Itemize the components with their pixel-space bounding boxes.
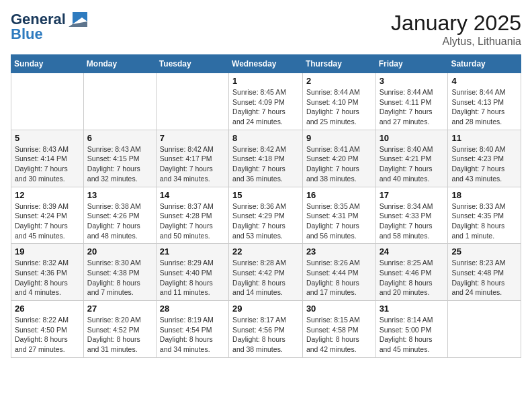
- day-info: Sunrise: 8:29 AM Sunset: 4:40 PM Dayligh…: [160, 258, 225, 298]
- day-info: Sunrise: 8:14 AM Sunset: 5:00 PM Dayligh…: [380, 315, 445, 355]
- svg-marker-1: [69, 21, 87, 27]
- day-info: Sunrise: 8:34 AM Sunset: 4:33 PM Dayligh…: [380, 201, 445, 241]
- header-row: SundayMondayTuesdayWednesdayThursdayFrid…: [11, 55, 521, 73]
- day-info: Sunrise: 8:43 AM Sunset: 4:15 PM Dayligh…: [87, 144, 152, 184]
- day-number: 21: [160, 246, 225, 257]
- day-number: 2: [306, 76, 372, 86]
- day-info: Sunrise: 8:39 AM Sunset: 4:24 PM Dayligh…: [15, 201, 80, 241]
- day-info: Sunrise: 8:22 AM Sunset: 4:50 PM Dayligh…: [15, 315, 80, 355]
- day-number: 7: [160, 133, 225, 143]
- calendar-cell: 10Sunrise: 8:40 AM Sunset: 4:21 PM Dayli…: [375, 130, 448, 187]
- day-number: 15: [232, 190, 299, 200]
- calendar-cell: 22Sunrise: 8:28 AM Sunset: 4:42 PM Dayli…: [229, 244, 303, 301]
- day-info: Sunrise: 8:42 AM Sunset: 4:18 PM Dayligh…: [232, 144, 299, 184]
- col-header-sunday: Sunday: [11, 55, 84, 73]
- calendar-cell: 8Sunrise: 8:42 AM Sunset: 4:18 PM Daylig…: [229, 130, 303, 187]
- day-info: Sunrise: 8:38 AM Sunset: 4:26 PM Dayligh…: [87, 201, 152, 241]
- calendar-cell: 2Sunrise: 8:44 AM Sunset: 4:10 PM Daylig…: [302, 73, 375, 130]
- calendar-cell: 17Sunrise: 8:34 AM Sunset: 4:33 PM Dayli…: [375, 187, 448, 244]
- day-info: Sunrise: 8:23 AM Sunset: 4:48 PM Dayligh…: [451, 258, 517, 298]
- calendar-cell: 1Sunrise: 8:45 AM Sunset: 4:09 PM Daylig…: [229, 73, 303, 130]
- page-header: General Blue January 2025 Alytus, Lithua…: [11, 11, 521, 48]
- day-info: Sunrise: 8:15 AM Sunset: 4:58 PM Dayligh…: [306, 315, 372, 355]
- day-number: 16: [306, 190, 372, 200]
- calendar-week-3: 12Sunrise: 8:39 AM Sunset: 4:24 PM Dayli…: [11, 187, 521, 244]
- page-subtitle: Alytus, Lithuania: [391, 36, 521, 48]
- calendar-cell: 7Sunrise: 8:42 AM Sunset: 4:17 PM Daylig…: [156, 130, 228, 187]
- calendar-cell: 16Sunrise: 8:35 AM Sunset: 4:31 PM Dayli…: [302, 187, 375, 244]
- calendar-cell: 14Sunrise: 8:37 AM Sunset: 4:28 PM Dayli…: [156, 187, 228, 244]
- calendar-cell: 4Sunrise: 8:44 AM Sunset: 4:13 PM Daylig…: [448, 73, 521, 130]
- day-info: Sunrise: 8:20 AM Sunset: 4:52 PM Dayligh…: [87, 315, 152, 355]
- day-number: 8: [232, 133, 299, 143]
- day-number: 4: [451, 76, 517, 86]
- day-number: 23: [306, 246, 372, 257]
- day-number: 6: [87, 133, 152, 143]
- calendar-cell: 28Sunrise: 8:19 AM Sunset: 4:54 PM Dayli…: [156, 301, 228, 358]
- calendar-cell: 9Sunrise: 8:41 AM Sunset: 4:20 PM Daylig…: [302, 130, 375, 187]
- day-number: 28: [160, 304, 225, 314]
- calendar-cell: 23Sunrise: 8:26 AM Sunset: 4:44 PM Dayli…: [302, 244, 375, 301]
- col-header-tuesday: Tuesday: [156, 55, 228, 73]
- day-info: Sunrise: 8:40 AM Sunset: 4:21 PM Dayligh…: [380, 144, 445, 184]
- day-number: 12: [15, 190, 80, 200]
- day-number: 11: [451, 133, 517, 143]
- day-number: 22: [232, 246, 299, 257]
- calendar-cell: 5Sunrise: 8:43 AM Sunset: 4:14 PM Daylig…: [11, 130, 84, 187]
- day-number: 1: [232, 76, 299, 86]
- day-info: Sunrise: 8:44 AM Sunset: 4:11 PM Dayligh…: [380, 87, 445, 127]
- calendar-cell: 19Sunrise: 8:32 AM Sunset: 4:36 PM Dayli…: [11, 244, 84, 301]
- col-header-thursday: Thursday: [302, 55, 375, 73]
- day-info: Sunrise: 8:44 AM Sunset: 4:10 PM Dayligh…: [306, 87, 372, 127]
- calendar-cell: 30Sunrise: 8:15 AM Sunset: 4:58 PM Dayli…: [302, 301, 375, 358]
- day-number: 24: [380, 246, 445, 257]
- day-number: 3: [380, 76, 445, 86]
- day-info: Sunrise: 8:26 AM Sunset: 4:44 PM Dayligh…: [306, 258, 372, 298]
- day-number: 26: [15, 304, 80, 314]
- day-number: 27: [87, 304, 152, 314]
- day-info: Sunrise: 8:42 AM Sunset: 4:17 PM Dayligh…: [160, 144, 225, 184]
- day-number: 13: [87, 190, 152, 200]
- day-info: Sunrise: 8:40 AM Sunset: 4:23 PM Dayligh…: [451, 144, 517, 184]
- calendar-cell: 18Sunrise: 8:33 AM Sunset: 4:35 PM Dayli…: [448, 187, 521, 244]
- calendar-week-5: 26Sunrise: 8:22 AM Sunset: 4:50 PM Dayli…: [11, 301, 521, 358]
- day-info: Sunrise: 8:28 AM Sunset: 4:42 PM Dayligh…: [232, 258, 299, 298]
- logo-icon: [69, 12, 87, 27]
- col-header-wednesday: Wednesday: [229, 55, 303, 73]
- day-number: 14: [160, 190, 225, 200]
- calendar-cell: 11Sunrise: 8:40 AM Sunset: 4:23 PM Dayli…: [448, 130, 521, 187]
- day-number: 9: [306, 133, 372, 143]
- calendar-cell: 13Sunrise: 8:38 AM Sunset: 4:26 PM Dayli…: [83, 187, 156, 244]
- calendar-cell: 24Sunrise: 8:25 AM Sunset: 4:46 PM Dayli…: [375, 244, 448, 301]
- calendar-cell: 29Sunrise: 8:17 AM Sunset: 4:56 PM Dayli…: [229, 301, 303, 358]
- day-number: 10: [380, 133, 445, 143]
- day-info: Sunrise: 8:35 AM Sunset: 4:31 PM Dayligh…: [306, 201, 372, 241]
- calendar-cell: [448, 301, 521, 358]
- calendar-cell: 12Sunrise: 8:39 AM Sunset: 4:24 PM Dayli…: [11, 187, 84, 244]
- calendar-cell: 31Sunrise: 8:14 AM Sunset: 5:00 PM Dayli…: [375, 301, 448, 358]
- calendar-cell: 26Sunrise: 8:22 AM Sunset: 4:50 PM Dayli…: [11, 301, 84, 358]
- calendar-week-2: 5Sunrise: 8:43 AM Sunset: 4:14 PM Daylig…: [11, 130, 521, 187]
- col-header-monday: Monday: [83, 55, 156, 73]
- day-number: 18: [451, 190, 517, 200]
- calendar-cell: [11, 73, 84, 130]
- calendar-cell: 20Sunrise: 8:30 AM Sunset: 4:38 PM Dayli…: [83, 244, 156, 301]
- col-header-saturday: Saturday: [448, 55, 521, 73]
- day-info: Sunrise: 8:36 AM Sunset: 4:29 PM Dayligh…: [232, 201, 299, 241]
- logo: General Blue: [11, 11, 87, 43]
- logo-blue-text: Blue: [11, 26, 43, 43]
- day-number: 29: [232, 304, 299, 314]
- day-info: Sunrise: 8:19 AM Sunset: 4:54 PM Dayligh…: [160, 315, 225, 355]
- day-number: 31: [380, 304, 445, 314]
- day-info: Sunrise: 8:41 AM Sunset: 4:20 PM Dayligh…: [306, 144, 372, 184]
- day-number: 30: [306, 304, 372, 314]
- day-info: Sunrise: 8:44 AM Sunset: 4:13 PM Dayligh…: [451, 87, 517, 127]
- day-info: Sunrise: 8:45 AM Sunset: 4:09 PM Dayligh…: [232, 87, 299, 127]
- calendar-cell: 15Sunrise: 8:36 AM Sunset: 4:29 PM Dayli…: [229, 187, 303, 244]
- calendar-cell: 25Sunrise: 8:23 AM Sunset: 4:48 PM Dayli…: [448, 244, 521, 301]
- day-info: Sunrise: 8:33 AM Sunset: 4:35 PM Dayligh…: [451, 201, 517, 241]
- day-number: 19: [15, 246, 80, 257]
- calendar-cell: 3Sunrise: 8:44 AM Sunset: 4:11 PM Daylig…: [375, 73, 448, 130]
- day-info: Sunrise: 8:32 AM Sunset: 4:36 PM Dayligh…: [15, 258, 80, 298]
- day-info: Sunrise: 8:43 AM Sunset: 4:14 PM Dayligh…: [15, 144, 80, 184]
